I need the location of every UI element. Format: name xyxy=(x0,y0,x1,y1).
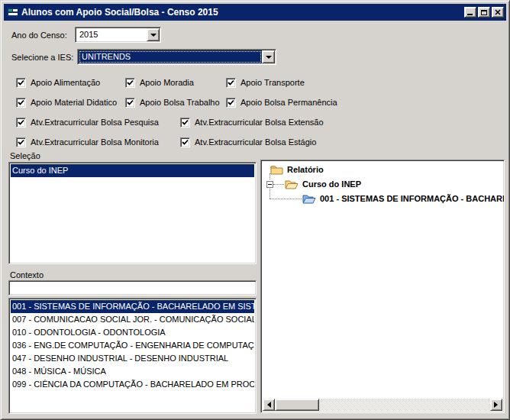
checkbox-box xyxy=(180,137,190,147)
close-icon xyxy=(495,9,501,15)
check-icon xyxy=(127,79,134,86)
checkbox-label: Apoio Bolsa Trabalho xyxy=(140,98,220,107)
chevron-down-icon xyxy=(150,34,157,40)
checkbox-label: Apoio Material Didatico xyxy=(31,98,117,107)
scroll-left-button[interactable] xyxy=(263,399,275,411)
folder-open-icon xyxy=(285,179,299,189)
report-tree-panel[interactable]: Relatório Curso do INEP 001 - SISTEMAS D… xyxy=(260,160,505,413)
list-item[interactable]: Curso do INEP xyxy=(11,164,254,177)
minus-expander-icon[interactable] xyxy=(266,181,273,188)
check-icon xyxy=(18,139,24,146)
contexto-listbox[interactable]: 001 - SISTEMAS DE INFORMAÇÃO - BACHARELA… xyxy=(8,298,257,414)
checkbox-apoio-bolsa-trabalho[interactable]: Apoio Bolsa Trabalho xyxy=(125,97,220,108)
checkbox-label: Apoio Transporte xyxy=(240,78,305,87)
scrollbar-thumb[interactable] xyxy=(275,399,319,411)
tree-connector xyxy=(270,189,270,199)
maximize-icon xyxy=(481,10,487,15)
check-icon xyxy=(18,119,24,126)
census-year-value[interactable]: 2015 xyxy=(76,28,147,41)
tree-item-label: Relatório xyxy=(287,165,324,174)
dialog-window: Alunos com Apoio Social/Bolsa - Censo 20… xyxy=(0,0,510,420)
list-item[interactable]: 048 - MÚSICA - MÚSICA xyxy=(11,365,254,378)
tree-item-curso-001[interactable]: 001 - SISTEMAS DE INFORMAÇÃO - BACHARELA… xyxy=(302,192,502,205)
checkbox-label: Atv.Extracurricular Bolsa Extensão xyxy=(195,118,324,127)
checkbox-atv-bolsa-pesquisa[interactable]: Atv.Extracurricular Bolsa Pesquisa xyxy=(16,117,159,128)
ies-label: Selecione a IES: xyxy=(11,52,73,63)
tree-connector xyxy=(270,199,302,199)
folder-closed-icon xyxy=(270,164,283,175)
checkbox-apoio-transporte[interactable]: Apoio Transporte xyxy=(226,77,305,88)
checkbox-apoio-bolsa-permanencia[interactable]: Apoio Bolsa Permanência xyxy=(226,97,337,108)
ies-value[interactable]: UNITRENDS xyxy=(79,50,262,63)
list-item[interactable]: 010 - ODONTOLOGIA - ODONTOLOGIA xyxy=(11,326,254,339)
checkbox-label: Atv.Extracurricular Bolsa Monitoria xyxy=(31,137,159,147)
census-year-combobox[interactable]: 2015 xyxy=(75,27,161,43)
checkbox-label: Apoio Moradia xyxy=(140,78,194,87)
minimize-button[interactable] xyxy=(464,7,476,18)
checkbox-box xyxy=(125,98,135,108)
close-button[interactable] xyxy=(492,7,504,18)
arrow-right-icon xyxy=(494,402,501,408)
contexto-input[interactable] xyxy=(8,280,257,296)
checkbox-label: Apoio Bolsa Permanência xyxy=(240,98,337,107)
selecao-label: Seleção xyxy=(10,150,40,161)
check-icon xyxy=(127,99,134,106)
chevron-down-icon xyxy=(266,56,272,62)
tree-item-curso-do-inep[interactable]: Curso do INEP xyxy=(285,177,502,191)
ies-combobox[interactable]: UNITRENDS xyxy=(77,49,276,65)
checkbox-box xyxy=(16,98,26,108)
checkbox-box xyxy=(16,118,26,128)
window-title: Alunos com Apoio Social/Bolsa - Censo 20… xyxy=(21,7,463,18)
checkbox-atv-bolsa-monitoria[interactable]: Atv.Extracurricular Bolsa Monitoria xyxy=(16,137,159,147)
check-icon xyxy=(228,79,234,86)
list-item[interactable]: 047 - DESENHO INDUSTRIAL - DESENHO INDUS… xyxy=(11,352,254,365)
title-bar[interactable]: Alunos com Apoio Social/Bolsa - Censo 20… xyxy=(4,4,506,21)
census-year-label: Ano do Censo: xyxy=(11,30,67,40)
check-icon xyxy=(18,99,24,106)
tree-connector xyxy=(273,184,284,185)
tree-item-relatorio[interactable]: Relatório xyxy=(270,163,502,176)
tree-item-label: 001 - SISTEMAS DE INFORMAÇÃO - BACHARELA… xyxy=(320,194,505,203)
maximize-button[interactable] xyxy=(478,7,490,18)
checkbox-label: Apoio Alimentação xyxy=(31,78,100,87)
contexto-label: Contexto xyxy=(10,270,44,280)
checkbox-apoio-alimentacao[interactable]: Apoio Alimentação xyxy=(16,77,100,88)
checkbox-box xyxy=(226,78,236,88)
list-item[interactable]: 099 - CIÊNCIA DA COMPUTAÇÃO - BACHARELAD… xyxy=(11,378,254,391)
checkbox-label: Atv.Extracurricular Bolsa Pesquisa xyxy=(31,118,159,127)
folder-open-blue-icon xyxy=(302,193,316,204)
scroll-right-button[interactable] xyxy=(490,399,502,411)
checkbox-apoio-moradia[interactable]: Apoio Moradia xyxy=(125,77,194,88)
checkbox-box xyxy=(16,78,26,88)
checkbox-label: Atv.Extracurricular Bolsa Estágio xyxy=(195,137,316,147)
checkbox-apoio-material-didatico[interactable]: Apoio Material Didatico xyxy=(16,97,117,108)
tree-item-label: Curso do INEP xyxy=(302,179,361,189)
check-icon xyxy=(182,139,189,146)
list-item[interactable]: 036 - ENG.DE COMPUTAÇÃO - ENGENHARIA DE … xyxy=(11,339,254,352)
list-item[interactable]: 007 - COMUNICACAO SOCIAL JOR. - COMUNICA… xyxy=(11,313,254,326)
ies-dropdown-button[interactable] xyxy=(262,50,275,63)
horizontal-scrollbar[interactable] xyxy=(263,399,502,411)
arrow-left-icon xyxy=(264,402,271,408)
checkbox-box xyxy=(125,78,135,88)
check-icon xyxy=(182,119,189,126)
checkbox-box xyxy=(180,118,190,128)
checkbox-atv-bolsa-extensao[interactable]: Atv.Extracurricular Bolsa Extensão xyxy=(180,117,324,128)
selecao-listbox[interactable]: Curso do INEP xyxy=(8,162,257,264)
app-icon xyxy=(6,7,18,18)
minimize-icon xyxy=(467,14,473,15)
check-icon xyxy=(18,79,24,86)
checkbox-box xyxy=(16,137,26,147)
check-icon xyxy=(228,99,234,106)
census-year-dropdown-button[interactable] xyxy=(147,28,160,41)
checkbox-atv-bolsa-estagio[interactable]: Atv.Extracurricular Bolsa Estágio xyxy=(180,137,316,147)
checkbox-box xyxy=(226,98,236,108)
list-item[interactable]: 001 - SISTEMAS DE INFORMAÇÃO - BACHARELA… xyxy=(11,300,254,313)
